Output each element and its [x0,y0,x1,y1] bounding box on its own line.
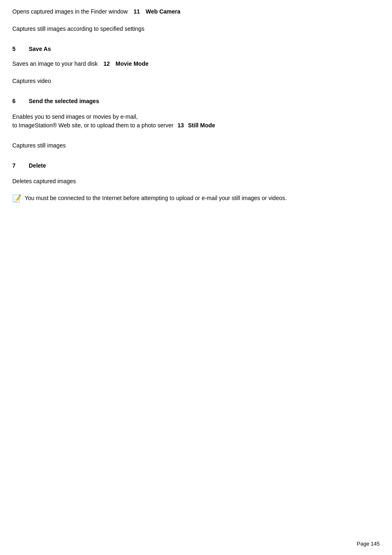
section-7-num: 7 [12,162,29,169]
opens-captured-text: Opens captured images in the Finder wind… [12,8,128,15]
captures-video-text: Captures video [12,77,380,85]
saves-image-row: Saves an image to your hard disk 12 Movi… [12,60,380,67]
deletes-text: Deletes captured images [12,177,380,186]
note-block: 📝 You must be connected to the Internet … [12,194,380,204]
note-icon: 📝 [12,193,21,204]
still-mode-title: Still Mode [188,122,215,129]
section-5-num: 5 [12,46,29,52]
section-5-header: 5 Save As [12,46,380,52]
web-camera-title: Web Camera [146,8,181,15]
movie-mode-title: Movie Mode [115,60,148,67]
section-7-header: 7 Delete [12,162,380,169]
page-label: Page 145 [357,541,380,547]
page-footer: Page 145 [357,541,380,547]
section-7-title: Delete [29,162,46,169]
num-11: 11 [134,8,140,15]
section-6-num: 6 [12,98,29,104]
note-text: You must be connected to the Internet be… [25,194,287,203]
num-12: 12 [104,60,110,67]
section-5-title: Save As [29,46,51,52]
saves-image-text: Saves an image to your hard disk [12,60,98,67]
section-6-title: Send the selected images [29,98,99,104]
captures-still-settings-text: Captures still images according to speci… [12,25,380,33]
enables-line2: to ImageStation® Web site, or to upload … [12,122,173,129]
line-opens-captured: Opens captured images in the Finder wind… [12,8,380,15]
enables-line1: Enables you to send images or movies by … [12,113,138,120]
num-13: 13 [178,122,184,129]
enables-block: Enables you to send images or movies by … [12,113,380,130]
captures-still-text: Captures still images [12,141,380,150]
section-6-header: 6 Send the selected images [12,98,380,104]
